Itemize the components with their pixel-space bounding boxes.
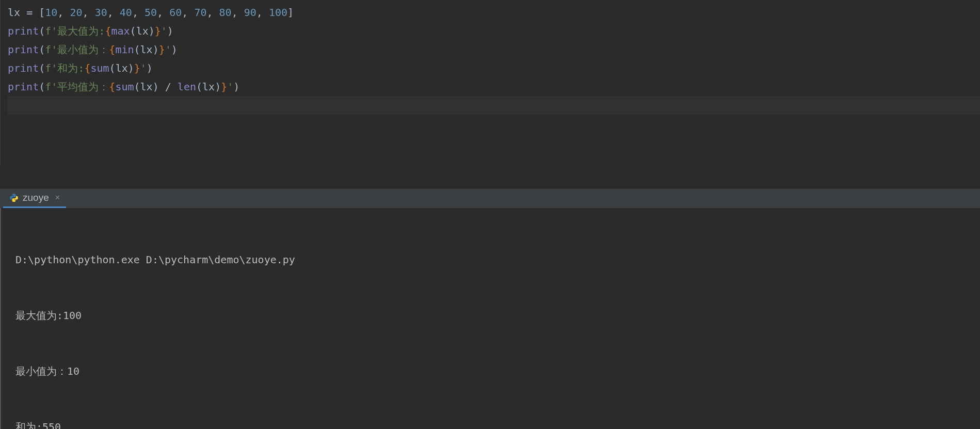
code-token: 90 [244, 6, 256, 19]
code-token: , [256, 6, 269, 19]
code-token: { [105, 25, 111, 37]
code-token: lx [116, 62, 128, 74]
code-token: lx [202, 81, 215, 93]
code-editor[interactable]: lx = [10, 20, 30, 40, 50, 60, 70, 80, 90… [0, 0, 980, 165]
run-tab-zuoye[interactable]: zuoye × [3, 188, 66, 208]
code-token: } [159, 43, 165, 56]
code-token: 100 [269, 6, 287, 19]
code-token: sum [115, 81, 134, 93]
code-token: max [111, 25, 130, 37]
code-token: ) [149, 25, 155, 37]
code-token: print [8, 43, 39, 56]
code-token: ) [167, 25, 173, 37]
code-token: lx [136, 25, 149, 37]
code-token: 最小值为： [57, 43, 109, 56]
code-line[interactable]: print(f'最小值为：{min(lx)}') [8, 40, 980, 59]
code-token: ) [233, 81, 239, 93]
console-output-line: 最大值为:100 [15, 306, 980, 325]
code-token: ] [287, 6, 294, 19]
code-token: { [109, 81, 115, 93]
python-file-icon [9, 193, 19, 202]
console-output-line: 和为:550 [15, 418, 980, 429]
code-token: ( [39, 25, 45, 37]
code-token: [ [39, 6, 45, 19]
run-tab-label: zuoye [23, 192, 49, 203]
code-token: 平均值为： [57, 81, 109, 93]
code-token: } [221, 81, 227, 93]
code-token: ' [165, 43, 171, 56]
code-token: len [178, 81, 196, 93]
code-token: = [20, 6, 39, 19]
code-token: ( [109, 62, 116, 74]
code-line-current[interactable] [8, 96, 980, 115]
code-token: { [109, 43, 115, 56]
code-token: ( [39, 81, 45, 93]
code-token: 40 [120, 6, 132, 19]
code-token: ) [128, 62, 134, 74]
code-token: ( [39, 43, 45, 56]
code-token: f' [45, 43, 57, 56]
code-token [171, 81, 178, 93]
code-token: lx [140, 43, 153, 56]
code-token: ' [227, 81, 233, 93]
code-line[interactable]: lx = [10, 20, 30, 40, 50, 60, 70, 80, 90… [8, 3, 980, 22]
run-tool-window: zuoye × D:\python\python.exe D:\pycharm\… [0, 188, 980, 429]
code-line[interactable]: print(f'平均值为：{sum(lx) / len(lx)}') [8, 77, 980, 96]
run-tabs-bar: zuoye × [0, 188, 980, 208]
code-token: , [83, 6, 95, 19]
code-token: ( [39, 62, 45, 74]
code-token: } [155, 25, 161, 37]
code-token: 和为: [57, 62, 84, 74]
code-token: 70 [194, 6, 206, 19]
code-token: , [232, 6, 244, 19]
code-token: min [115, 43, 134, 56]
run-console[interactable]: D:\python\python.exe D:\pycharm\demo\zuo… [0, 208, 980, 429]
code-token: 最大值为: [57, 25, 105, 37]
code-token: , [182, 6, 194, 19]
code-token [159, 81, 165, 93]
code-token: 10 [45, 6, 57, 19]
close-icon[interactable]: × [55, 193, 60, 202]
code-token: ) [153, 81, 159, 93]
code-token: ' [161, 25, 167, 37]
code-token: ( [134, 43, 140, 56]
code-token: lx [8, 6, 20, 19]
code-token: print [8, 25, 39, 37]
console-output-line: 最小值为：10 [15, 362, 980, 380]
code-line[interactable]: print(f'和为:{sum(lx)}') [8, 59, 980, 77]
code-token: ) [171, 43, 178, 56]
code-token: / [165, 81, 171, 93]
code-token: ' [140, 62, 147, 74]
code-token: 80 [219, 6, 232, 19]
editor-bottom-spacer [0, 165, 980, 188]
code-token: 20 [70, 6, 82, 19]
code-token: 30 [95, 6, 107, 19]
code-token: ( [196, 81, 202, 93]
code-token: ( [130, 25, 136, 37]
code-token: f' [45, 62, 57, 74]
code-token: print [8, 62, 39, 74]
code-token: lx [140, 81, 153, 93]
code-token: , [157, 6, 169, 19]
code-token: , [57, 6, 70, 19]
code-token: ) [147, 62, 153, 74]
code-line[interactable]: print(f'最大值为:{max(lx)}') [8, 22, 980, 40]
code-token: , [132, 6, 144, 19]
console-command-line: D:\python\python.exe D:\pycharm\demo\zuo… [15, 250, 980, 269]
code-token: print [8, 81, 39, 93]
code-token: ) [153, 43, 159, 56]
code-token: sum [90, 62, 109, 74]
code-token: 60 [169, 6, 182, 19]
code-token: ( [134, 81, 140, 93]
code-token: , [107, 6, 120, 19]
code-token: ) [215, 81, 221, 93]
code-token: 50 [144, 6, 157, 19]
code-token: { [84, 62, 90, 74]
code-token: f' [45, 25, 57, 37]
code-token: f' [45, 81, 57, 93]
code-token: , [206, 6, 219, 19]
code-token: } [134, 62, 140, 74]
